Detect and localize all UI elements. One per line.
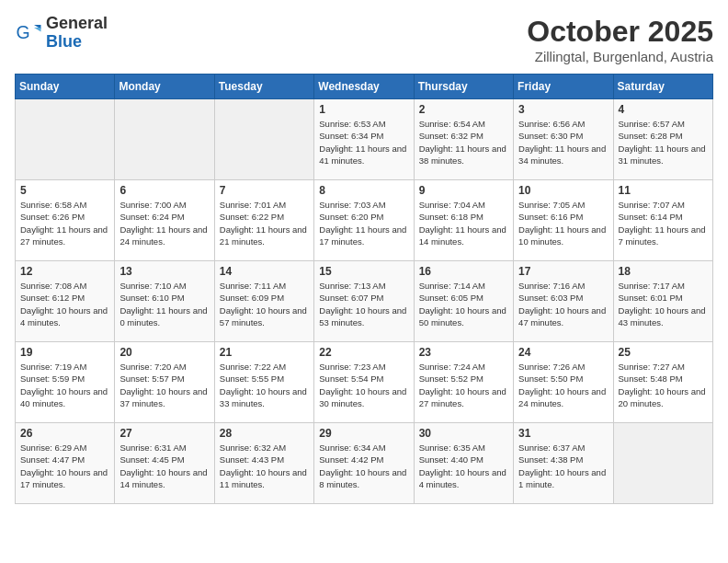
day-number: 9 [419,184,508,197]
calendar-cell: 15Sunrise: 7:13 AMSunset: 6:07 PMDayligh… [314,261,414,342]
calendar-cell: 20Sunrise: 7:20 AMSunset: 5:57 PMDayligh… [115,342,214,423]
calendar-cell: 11Sunrise: 7:07 AMSunset: 6:14 PMDayligh… [613,180,712,261]
day-number: 4 [619,103,708,116]
day-detail: Sunrise: 7:22 AMSunset: 5:55 PMDaylight:… [220,361,309,409]
weekday-header: Sunday [16,75,115,99]
day-number: 25 [619,346,708,359]
calendar-cell: 3Sunrise: 6:56 AMSunset: 6:30 PMDaylight… [514,99,613,180]
day-number: 3 [518,103,608,116]
day-detail: Sunrise: 7:03 AMSunset: 6:20 PMDaylight:… [319,199,408,247]
day-detail: Sunrise: 7:10 AMSunset: 6:10 PMDaylight:… [119,280,209,328]
day-number: 28 [220,427,309,440]
svg-text:G: G [17,22,30,42]
day-detail: Sunrise: 7:01 AMSunset: 6:22 PMDaylight:… [220,199,309,247]
day-number: 14 [220,265,309,278]
day-detail: Sunrise: 6:53 AMSunset: 6:34 PMDaylight:… [319,118,408,167]
day-number: 19 [20,346,109,359]
calendar-cell: 7Sunrise: 7:01 AMSunset: 6:22 PMDaylight… [214,180,313,261]
day-detail: Sunrise: 6:31 AMSunset: 4:45 PMDaylight:… [119,442,209,490]
calendar-cell: 12Sunrise: 7:08 AMSunset: 6:12 PMDayligh… [16,261,115,342]
calendar-cell [115,99,214,180]
day-detail: Sunrise: 6:57 AMSunset: 6:28 PMDaylight:… [619,118,708,167]
title-block: October 2025 Zillingtal, Burgenland, Aus… [527,15,713,64]
weekday-header: Wednesday [314,75,414,99]
day-detail: Sunrise: 6:58 AMSunset: 6:26 PMDaylight:… [20,199,109,247]
day-detail: Sunrise: 7:13 AMSunset: 6:07 PMDaylight:… [319,280,408,328]
calendar-cell: 4Sunrise: 6:57 AMSunset: 6:28 PMDaylight… [613,99,712,180]
calendar-cell: 28Sunrise: 6:32 AMSunset: 4:43 PMDayligh… [214,423,313,504]
calendar-cell: 26Sunrise: 6:29 AMSunset: 4:47 PMDayligh… [16,423,115,504]
calendar-cell: 17Sunrise: 7:16 AMSunset: 6:03 PMDayligh… [514,261,613,342]
day-number: 6 [119,184,209,197]
day-number: 23 [419,346,508,359]
day-number: 22 [319,346,408,359]
day-number: 24 [518,346,608,359]
day-detail: Sunrise: 7:17 AMSunset: 6:01 PMDaylight:… [619,280,708,328]
calendar-cell: 23Sunrise: 7:24 AMSunset: 5:52 PMDayligh… [414,342,513,423]
day-number: 16 [419,265,508,278]
month-title: October 2025 [527,15,713,49]
calendar-cell: 19Sunrise: 7:19 AMSunset: 5:59 PMDayligh… [16,342,115,423]
calendar-cell: 16Sunrise: 7:14 AMSunset: 6:05 PMDayligh… [414,261,513,342]
day-detail: Sunrise: 7:20 AMSunset: 5:57 PMDaylight:… [119,361,209,409]
day-number: 7 [220,184,309,197]
day-detail: Sunrise: 6:35 AMSunset: 4:40 PMDaylight:… [419,442,508,490]
calendar-cell: 9Sunrise: 7:04 AMSunset: 6:18 PMDaylight… [414,180,513,261]
day-number: 12 [20,265,109,278]
calendar-cell: 5Sunrise: 6:58 AMSunset: 6:26 PMDaylight… [16,180,115,261]
day-number: 27 [119,427,209,440]
svg-marker-2 [34,28,41,32]
calendar-week-row: 19Sunrise: 7:19 AMSunset: 5:59 PMDayligh… [16,342,713,423]
calendar-week-row: 5Sunrise: 6:58 AMSunset: 6:26 PMDaylight… [16,180,713,261]
weekday-header: Thursday [414,75,513,99]
day-detail: Sunrise: 7:27 AMSunset: 5:48 PMDaylight:… [619,361,708,409]
calendar-cell [16,99,115,180]
page-header: G General Blue October 2025 Zillingtal, … [15,15,713,64]
calendar-cell: 21Sunrise: 7:22 AMSunset: 5:55 PMDayligh… [214,342,313,423]
calendar-cell: 8Sunrise: 7:03 AMSunset: 6:20 PMDaylight… [314,180,414,261]
calendar-week-row: 26Sunrise: 6:29 AMSunset: 4:47 PMDayligh… [16,423,713,504]
calendar-week-row: 12Sunrise: 7:08 AMSunset: 6:12 PMDayligh… [16,261,713,342]
day-detail: Sunrise: 6:29 AMSunset: 4:47 PMDaylight:… [20,442,109,490]
day-detail: Sunrise: 7:23 AMSunset: 5:54 PMDaylight:… [319,361,408,409]
day-number: 30 [419,427,508,440]
day-detail: Sunrise: 6:37 AMSunset: 4:38 PMDaylight:… [518,442,608,490]
day-detail: Sunrise: 7:07 AMSunset: 6:14 PMDaylight:… [619,199,708,247]
day-number: 10 [518,184,608,197]
logo-general: General [46,15,108,33]
day-number: 5 [20,184,109,197]
calendar-cell: 13Sunrise: 7:10 AMSunset: 6:10 PMDayligh… [115,261,214,342]
day-detail: Sunrise: 7:05 AMSunset: 6:16 PMDaylight:… [518,199,608,247]
day-number: 20 [119,346,209,359]
weekday-header: Tuesday [214,75,313,99]
day-number: 13 [119,265,209,278]
day-number: 18 [619,265,708,278]
location-subtitle: Zillingtal, Burgenland, Austria [527,49,713,64]
day-detail: Sunrise: 6:54 AMSunset: 6:32 PMDaylight:… [419,118,508,167]
day-number: 26 [20,427,109,440]
calendar-cell: 2Sunrise: 6:54 AMSunset: 6:32 PMDaylight… [414,99,513,180]
logo-blue: Blue [46,33,108,52]
day-detail: Sunrise: 6:32 AMSunset: 4:43 PMDaylight:… [220,442,309,490]
day-number: 31 [518,427,608,440]
day-detail: Sunrise: 7:26 AMSunset: 5:50 PMDaylight:… [518,361,608,409]
day-detail: Sunrise: 7:16 AMSunset: 6:03 PMDaylight:… [518,280,608,328]
day-number: 8 [319,184,408,197]
calendar-cell [613,423,712,504]
calendar-cell: 24Sunrise: 7:26 AMSunset: 5:50 PMDayligh… [514,342,613,423]
calendar-cell: 25Sunrise: 7:27 AMSunset: 5:48 PMDayligh… [613,342,712,423]
calendar-cell: 6Sunrise: 7:00 AMSunset: 6:24 PMDaylight… [115,180,214,261]
day-detail: Sunrise: 7:11 AMSunset: 6:09 PMDaylight:… [220,280,309,328]
day-detail: Sunrise: 7:19 AMSunset: 5:59 PMDaylight:… [20,361,109,409]
day-number: 11 [619,184,708,197]
day-number: 17 [518,265,608,278]
weekday-header: Saturday [613,75,712,99]
day-number: 29 [319,427,408,440]
logo-text: General Blue [46,15,108,52]
day-detail: Sunrise: 7:00 AMSunset: 6:24 PMDaylight:… [119,199,209,247]
day-detail: Sunrise: 6:56 AMSunset: 6:30 PMDaylight:… [518,118,608,167]
day-detail: Sunrise: 7:04 AMSunset: 6:18 PMDaylight:… [419,199,508,247]
calendar-cell: 30Sunrise: 6:35 AMSunset: 4:40 PMDayligh… [414,423,513,504]
logo-icon: G [15,19,42,47]
calendar-cell: 29Sunrise: 6:34 AMSunset: 4:42 PMDayligh… [314,423,414,504]
